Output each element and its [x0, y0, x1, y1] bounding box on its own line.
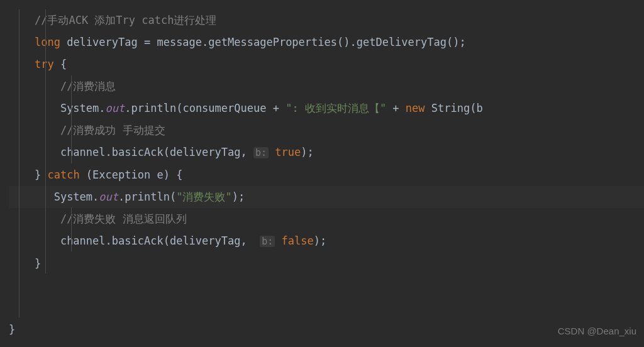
watermark: CSDN @Dean_xiu [558, 320, 636, 342]
code-line: channel.basicAck(deliveryTag, b: false); [9, 230, 644, 253]
param-hint: b: [260, 236, 275, 247]
code-line: try { [9, 53, 644, 75]
code-line: //手动ACK 添加Try catch进行处理 [9, 9, 644, 31]
comment: //消费消息 [60, 80, 116, 92]
comment: //消费成功 手动提交 [60, 124, 165, 136]
code-line: //消费失败 消息返回队列 [9, 208, 644, 230]
code-editor[interactable]: //手动ACK 添加Try catch进行处理 long deliveryTag… [9, 9, 644, 341]
code-line: long deliveryTag = message.getMessagePro… [9, 31, 644, 53]
code-line: channel.basicAck(deliveryTag, b: true); [9, 141, 644, 164]
code-line: } [9, 319, 644, 341]
code-line: //消费消息 [9, 75, 644, 97]
code-line [9, 297, 644, 319]
code-line: } [9, 253, 644, 275]
code-line: System.out.println(consumerQueue + ": 收到… [9, 97, 644, 119]
comment: //手动ACK 添加Try catch进行处理 [35, 14, 217, 26]
code-line: } catch (Exception e) { [9, 164, 644, 186]
comment: //消费失败 消息返回队列 [60, 212, 187, 225]
code-line [9, 275, 644, 297]
param-hint: b: [253, 147, 269, 158]
code-line: //消费成功 手动提交 [9, 119, 644, 141]
code-line-active: System.out.println("消费失败"); [9, 186, 644, 208]
